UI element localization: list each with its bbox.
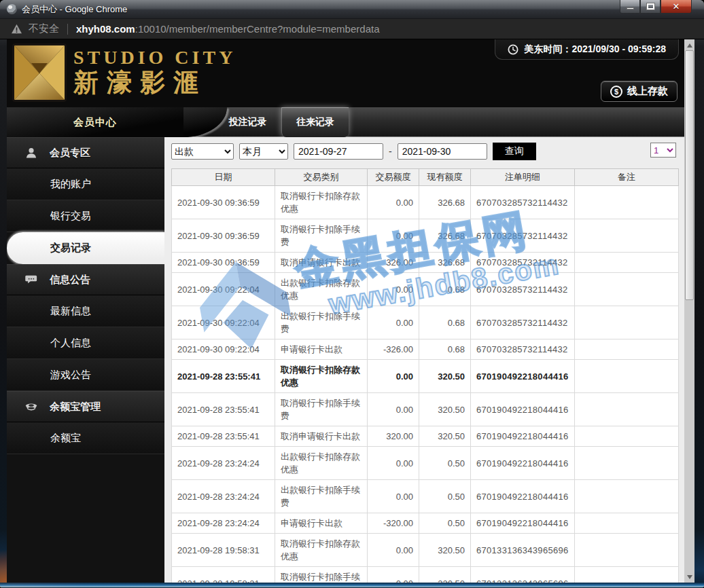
minimize-icon [627, 7, 634, 10]
cell-type: 申请银行卡出款 [275, 339, 368, 360]
chrome-icon [7, 4, 17, 14]
scroll-down-button[interactable] [684, 572, 694, 582]
sidebar-item-transaction-records[interactable]: 交易记录 [7, 232, 164, 264]
maximize-icon [647, 3, 654, 10]
scrollbar-thumb[interactable] [685, 50, 694, 300]
table-row: 2021-09-30 09:36:59 取消申请银行卡出款 326.00 326… [172, 253, 679, 273]
col-date: 日期 [172, 169, 275, 186]
table-row: 2021-09-30 09:36:59 取消银行卡扣除手续费 0.00 326.… [172, 219, 679, 253]
cell-amount: 0.00 [368, 480, 419, 513]
cell-date: 2021-09-28 23:55:41 [172, 393, 275, 426]
col-remark: 备注 [574, 169, 678, 186]
browser-window: 会员中心 - Google Chrome ✕ 不安全 xhyh08.com :1… [0, 0, 704, 588]
security-status: 不安全 [29, 22, 59, 35]
col-balance: 现有额度 [419, 169, 471, 186]
sidebar-item-my-account[interactable]: 我的账户 [7, 168, 164, 200]
cell-type: 取消银行卡扣除存款优惠 [275, 186, 368, 219]
page-viewport: STUDIO CITY 新濠影滙 美东时间：2021/09/30 - 09:59… [7, 39, 684, 583]
cell-remark [574, 219, 678, 253]
page-scrollbar[interactable] [684, 39, 694, 583]
transaction-type-select[interactable]: 出款 [171, 143, 234, 160]
date-to-input[interactable] [398, 143, 487, 160]
sidebar-item-game-announcements[interactable]: 游戏公告 [7, 359, 164, 391]
scroll-up-button[interactable] [684, 40, 694, 50]
table-row: 2021-09-28 23:55:41 取消申请银行卡出款 320.00 320… [172, 426, 679, 447]
sidebar: 会员专区 我的账户 银行交易 交易记录 信息公告 最新信息 个人信息 游戏公告 [7, 137, 164, 583]
search-button[interactable]: 查询 [493, 143, 536, 160]
period-select[interactable]: 本月 [239, 143, 288, 160]
cell-balance: 0.68 [419, 306, 471, 339]
cell-remark [574, 339, 678, 360]
cell-type: 出款银行卡扣除手续费 [275, 306, 368, 339]
content-area: 会员专区 我的账户 银行交易 交易记录 信息公告 最新信息 个人信息 游戏公告 [7, 137, 684, 583]
date-from-input[interactable] [294, 143, 383, 160]
cell-balance: 0.50 [419, 480, 471, 513]
tab-transaction-records[interactable]: 往来记录 [281, 107, 349, 137]
member-center-tab[interactable]: 会员中心 [7, 107, 183, 137]
cell-amount: 0.00 [368, 273, 419, 306]
cell-date: 2021-09-28 23:55:41 [172, 360, 275, 393]
server-time-text: 美东时间：2021/09/30 - 09:59:28 [524, 43, 666, 56]
cell-date: 2021-09-30 09:22:04 [172, 306, 275, 339]
cell-amount: 0.00 [368, 534, 419, 567]
col-type: 交易类别 [275, 169, 368, 186]
table-row: 2021-09-28 23:24:24 申请银行卡出款 -320.00 0.50… [172, 513, 679, 534]
window-controls: ✕ [620, 0, 692, 14]
address-bar[interactable]: 不安全 xhyh08.com :10010/member/memberCentr… [0, 19, 704, 39]
close-button[interactable]: ✕ [661, 0, 692, 14]
cell-balance: 320.50 [419, 426, 471, 447]
arrow-up-icon [687, 43, 692, 48]
cell-type: 取消银行卡扣除手续费 [275, 393, 368, 426]
sidebar-item-personal-info[interactable]: 个人信息 [7, 327, 164, 359]
cell-date: 2021-09-28 23:24:24 [172, 513, 275, 534]
cell-date: 2021-09-30 09:36:59 [172, 186, 275, 219]
cell-balance: 320.50 [419, 393, 471, 426]
online-deposit-label: 线上存款 [627, 85, 668, 98]
sidebar-item-bank-transactions[interactable]: 银行交易 [7, 200, 164, 232]
address-separator [67, 24, 68, 35]
cell-date: 2021-09-28 19:58:31 [172, 567, 275, 583]
main-panel: 出款 本月 - 查询 1 [164, 137, 684, 583]
cell-remark [574, 186, 678, 219]
maximize-button[interactable] [640, 0, 661, 14]
minimize-button[interactable] [620, 0, 640, 14]
cell-balance: 326.68 [419, 219, 471, 253]
cell-order-detail: 670703285732114432 [471, 186, 575, 219]
clock-icon [508, 44, 518, 55]
cell-amount: 0.00 [368, 360, 419, 393]
tab-betting-records[interactable]: 投注记录 [214, 107, 281, 137]
cell-date: 2021-09-28 23:24:24 [172, 447, 275, 480]
cell-type: 取消银行卡扣除存款优惠 [275, 360, 368, 393]
cell-remark [574, 360, 678, 393]
url-domain: xhyh08.com [76, 23, 135, 35]
cell-type: 出款银行卡扣除存款优惠 [275, 447, 368, 480]
cell-order-detail: 670190492218044416 [471, 426, 575, 447]
filter-bar: 出款 本月 - 查询 [171, 143, 679, 160]
section-label: 余额宝管理 [50, 401, 101, 414]
cell-balance: 0.68 [419, 273, 471, 306]
cell-amount: 320.00 [368, 426, 419, 447]
dollar-icon: $ [610, 86, 622, 98]
cell-order-detail: 670703285732114432 [471, 253, 575, 273]
cell-balance: 320.50 [419, 534, 471, 567]
cell-amount: 0.00 [368, 186, 419, 219]
table-row: 2021-09-30 09:36:59 取消银行卡扣除存款优惠 0.00 326… [172, 186, 679, 219]
logo-text: STUDIO CITY 新濠影滙 [73, 48, 236, 98]
ingot-icon [24, 400, 38, 414]
cell-date: 2021-09-28 23:55:41 [172, 426, 275, 447]
cell-order-detail: 670133136343965696 [471, 567, 575, 583]
member-center-label: 会员中心 [73, 116, 117, 129]
table-row: 2021-09-28 19:58:31 取消银行卡扣除存款优惠 0.00 320… [172, 534, 679, 567]
cell-amount: -320.00 [368, 513, 419, 534]
cell-balance: 0.68 [419, 339, 471, 360]
sidebar-item-latest-news[interactable]: 最新信息 [7, 295, 164, 327]
cell-amount: 0.00 [368, 447, 419, 480]
window-title: 会员中心 - Google Chrome [22, 3, 127, 16]
date-range-separator: - [389, 146, 392, 157]
online-deposit-button[interactable]: $ 线上存款 [601, 81, 677, 102]
cell-date: 2021-09-30 09:36:59 [172, 253, 275, 273]
page-number-select[interactable]: 1 [650, 143, 676, 158]
site-logo[interactable]: STUDIO CITY 新濠影滙 [12, 43, 236, 102]
cell-type: 申请银行卡出款 [275, 513, 368, 534]
sidebar-item-yuebao[interactable]: 余额宝 [7, 422, 164, 454]
